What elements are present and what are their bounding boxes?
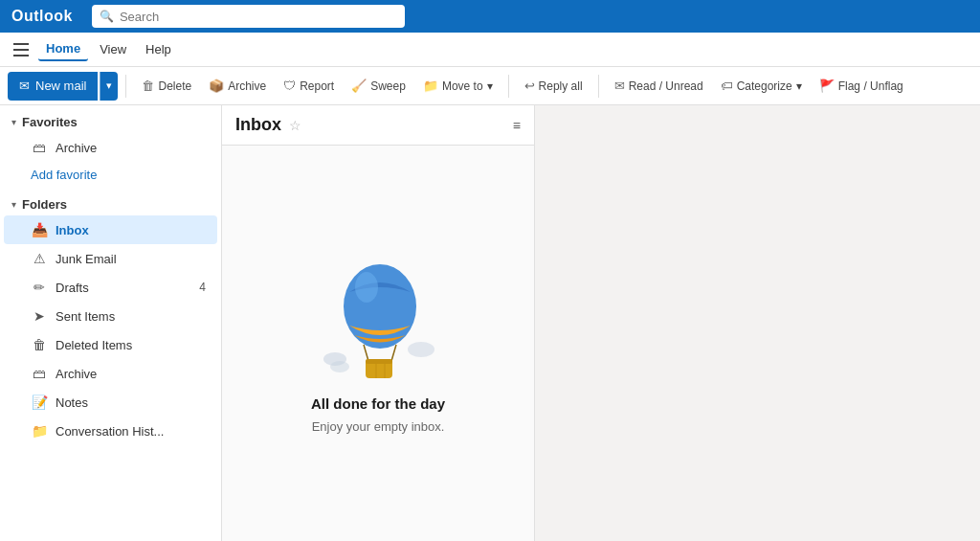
reading-pane xyxy=(535,105,980,541)
sidebar-item-drafts[interactable]: ✏ Drafts 4 xyxy=(4,273,217,302)
svg-point-2 xyxy=(344,264,416,349)
reply-all-icon: ↩ xyxy=(524,79,535,93)
archive-toolbar-button[interactable]: 📦 Archive xyxy=(201,75,274,97)
sweep-button[interactable]: 🧹 Sweep xyxy=(344,75,413,97)
categorize-chevron-icon: ▾ xyxy=(796,79,802,93)
sidebar-item-favorites-archive[interactable]: 🗃 Archive xyxy=(4,133,217,162)
sidebar: ▾ Favorites 🗃 Archive Add favorite ▾ Fol… xyxy=(0,105,222,541)
menu-home[interactable]: Home xyxy=(38,37,88,61)
hamburger-button[interactable] xyxy=(8,36,34,63)
sidebar-item-inbox[interactable]: 📥 Inbox xyxy=(4,215,217,244)
archive-icon: 🗃 xyxy=(31,366,48,381)
empty-state-subtext: Enjoy your empty inbox. xyxy=(312,419,445,434)
main-layout: ▾ Favorites 🗃 Archive Add favorite ▾ Fol… xyxy=(0,105,980,541)
archive-label: Archive xyxy=(56,367,97,381)
inbox-icon: 📥 xyxy=(31,222,48,237)
flag-unflag-button[interactable]: 🚩 Flag / Unflag xyxy=(812,75,911,97)
move-to-icon: 📁 xyxy=(423,79,438,93)
junk-icon: ⚠ xyxy=(31,251,48,266)
archive-toolbar-label: Archive xyxy=(228,79,266,93)
favorites-archive-label: Archive xyxy=(56,141,97,155)
drafts-label: Drafts xyxy=(56,281,89,295)
toolbar-divider-3 xyxy=(598,75,599,98)
categorize-icon: 🏷 xyxy=(721,79,733,93)
notes-label: Notes xyxy=(56,395,88,410)
reply-all-label: Reply all xyxy=(539,79,583,93)
new-mail-dropdown-button[interactable]: ▾ xyxy=(100,72,118,101)
email-list-title: Inbox xyxy=(235,115,281,135)
report-label: Report xyxy=(300,79,334,93)
conversation-hist-label: Conversation Hist... xyxy=(56,424,164,439)
svg-point-10 xyxy=(330,361,349,372)
archive-toolbar-icon: 📦 xyxy=(209,79,224,93)
search-bar[interactable]: 🔍 xyxy=(92,5,405,28)
report-icon: 🛡 xyxy=(283,79,296,93)
drafts-badge: 4 xyxy=(199,281,206,294)
svg-point-1 xyxy=(408,342,434,357)
new-mail-label: New mail xyxy=(35,79,86,93)
svg-rect-7 xyxy=(366,359,392,364)
search-icon: 🔍 xyxy=(100,10,114,23)
categorize-label: Categorize xyxy=(737,79,792,93)
junk-label: Junk Email xyxy=(56,252,117,266)
read-unread-icon: ✉ xyxy=(614,79,625,93)
delete-button[interactable]: 🗑 Delete xyxy=(134,75,199,97)
search-input[interactable] xyxy=(120,10,397,24)
new-mail-button[interactable]: ✉ New mail xyxy=(8,72,98,101)
report-button[interactable]: 🛡 Report xyxy=(276,75,342,97)
reply-all-button[interactable]: ↩ Reply all xyxy=(517,75,590,97)
categorize-button[interactable]: 🏷 Categorize ▾ xyxy=(713,75,810,97)
email-list-pane: Inbox ☆ ≡ xyxy=(222,105,535,541)
move-to-chevron-icon: ▾ xyxy=(487,79,493,93)
add-favorite-button[interactable]: Add favorite xyxy=(4,162,217,188)
read-unread-button[interactable]: ✉ Read / Unread xyxy=(607,75,711,97)
favorites-title: Favorites xyxy=(22,115,78,129)
delete-label: Delete xyxy=(158,79,191,93)
flag-icon: 🚩 xyxy=(819,79,835,93)
menu-help[interactable]: Help xyxy=(138,38,179,60)
flag-unflag-label: Flag / Unflag xyxy=(838,79,903,93)
sidebar-item-notes[interactable]: 📝 Notes xyxy=(4,388,217,417)
sent-label: Sent Items xyxy=(56,309,115,324)
conversation-hist-icon: 📁 xyxy=(31,423,48,439)
toolbar: ✉ New mail ▾ 🗑 Delete 📦 Archive 🛡 Report… xyxy=(0,67,980,105)
menu-bar: Home View Help xyxy=(0,33,980,67)
add-favorite-label: Add favorite xyxy=(31,168,97,182)
inbox-star-icon[interactable]: ☆ xyxy=(289,118,301,133)
move-to-label: Move to xyxy=(442,79,483,93)
svg-line-5 xyxy=(391,345,396,361)
read-unread-label: Read / Unread xyxy=(629,79,703,93)
folders-title: Folders xyxy=(22,197,67,212)
favorites-chevron-icon: ▾ xyxy=(11,117,16,127)
filter-icon[interactable]: ≡ xyxy=(513,118,521,133)
move-to-button[interactable]: 📁 Move to ▾ xyxy=(415,75,501,97)
sent-icon: ➤ xyxy=(31,308,48,324)
app-title: Outlook xyxy=(11,8,73,25)
sidebar-item-sent[interactable]: ➤ Sent Items xyxy=(4,302,217,330)
sidebar-item-junk[interactable]: ⚠ Junk Email xyxy=(4,244,217,273)
toolbar-divider-2 xyxy=(508,75,509,98)
toolbar-divider-1 xyxy=(125,75,126,98)
sweep-label: Sweep xyxy=(370,79,406,93)
inbox-label: Inbox xyxy=(56,223,89,237)
sidebar-item-archive[interactable]: 🗃 Archive xyxy=(4,359,217,388)
sweep-icon: 🧹 xyxy=(351,79,367,93)
menu-view[interactable]: View xyxy=(92,38,134,60)
notes-icon: 📝 xyxy=(31,394,48,410)
svg-line-4 xyxy=(364,345,368,361)
svg-point-3 xyxy=(355,272,378,303)
empty-state-heading: All done for the day xyxy=(311,395,445,412)
delete-icon: 🗑 xyxy=(142,79,154,93)
sidebar-item-deleted[interactable]: 🗑 Deleted Items xyxy=(4,330,217,359)
favorites-section-header[interactable]: ▾ Favorites xyxy=(0,105,221,133)
folders-chevron-icon: ▾ xyxy=(11,199,16,210)
deleted-label: Deleted Items xyxy=(56,338,132,352)
deleted-icon: 🗑 xyxy=(31,337,48,352)
folders-section-header[interactable]: ▾ Folders xyxy=(0,188,221,215)
balloon-illustration xyxy=(321,254,435,388)
envelope-icon: ✉ xyxy=(19,79,30,93)
favorites-archive-icon: 🗃 xyxy=(31,140,48,155)
email-list-header: Inbox ☆ ≡ xyxy=(222,105,534,146)
sidebar-item-conversation-hist[interactable]: 📁 Conversation Hist... xyxy=(4,417,217,445)
drafts-icon: ✏ xyxy=(31,280,48,295)
